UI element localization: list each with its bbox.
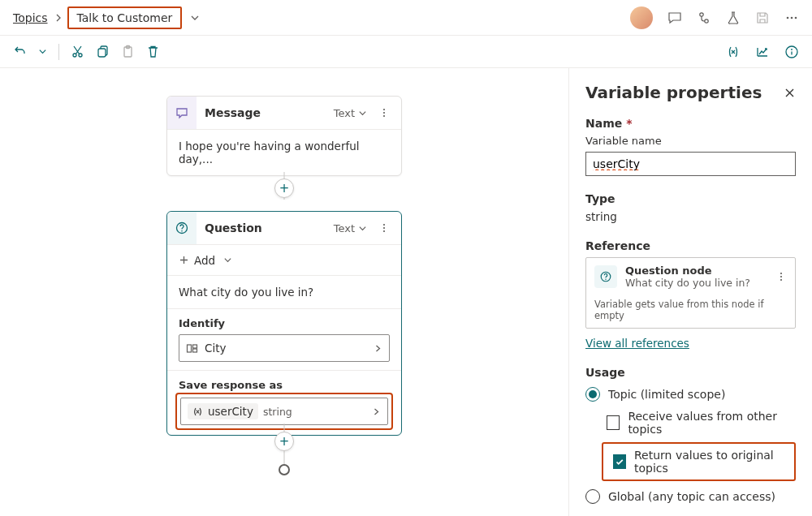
svg-point-24 [605, 279, 606, 280]
radio-icon [585, 489, 600, 504]
question-type-label: Text [334, 222, 355, 234]
save-icon[interactable] [755, 11, 770, 25]
view-all-references-link[interactable]: View all references [585, 337, 689, 350]
usage-return-highlight: Return values to original topics [602, 442, 796, 481]
svg-point-16 [181, 230, 183, 232]
message-type-label: Text [334, 107, 355, 119]
svg-point-5 [73, 54, 76, 57]
reference-label: Reference [585, 239, 796, 252]
breadcrumb-topics[interactable]: Topics [13, 11, 48, 24]
svg-rect-20 [188, 345, 192, 352]
identify-label: Identify [179, 317, 390, 329]
svg-point-1 [705, 19, 708, 22]
usage-receive-checkbox[interactable]: Receive values from other topics [607, 410, 796, 436]
radio-icon [585, 387, 600, 402]
more-icon[interactable] [784, 11, 799, 25]
svg-rect-22 [193, 349, 197, 352]
question-icon [594, 265, 617, 288]
variable-type: string [263, 406, 292, 418]
question-node[interactable]: Question Text Add What city do you live … [166, 211, 402, 436]
svg-rect-7 [98, 49, 106, 57]
chevron-right-icon [54, 14, 63, 22]
close-button[interactable] [784, 87, 796, 99]
svg-point-17 [383, 224, 385, 226]
message-node-more-button[interactable] [375, 107, 393, 118]
svg-point-0 [700, 12, 703, 15]
usage-return-label: Return values to original topics [634, 449, 789, 475]
identify-field[interactable]: City [179, 334, 390, 362]
main-area: Message Text I hope you're having a wond… [0, 68, 812, 516]
info-button[interactable] [784, 45, 799, 59]
question-icon [167, 212, 197, 244]
svg-point-18 [383, 227, 385, 229]
question-prompt[interactable]: What city do you live in? [167, 275, 401, 308]
type-value: string [585, 210, 796, 223]
usage-label: Usage [585, 366, 796, 379]
usage-global-label: Global (any topic can access) [608, 490, 775, 503]
topic-dropdown-button[interactable] [190, 13, 200, 23]
avatar[interactable] [630, 6, 653, 29]
svg-rect-21 [193, 345, 197, 348]
svg-point-12 [383, 109, 385, 110]
usage-topic-radio[interactable]: Topic (limited scope) [585, 387, 796, 402]
usage-topic-label: Topic (limited scope) [608, 388, 725, 401]
breadcrumb-topic-title[interactable]: Talk to Customer [77, 11, 173, 24]
authoring-canvas[interactable]: Message Text I hope you're having a wond… [0, 68, 568, 516]
message-icon [167, 97, 197, 129]
identify-value: City [205, 342, 226, 355]
comment-icon[interactable] [667, 11, 682, 25]
delete-button[interactable] [146, 45, 160, 58]
panel-title: Variable properties [585, 83, 784, 102]
analytics-button[interactable] [755, 45, 770, 59]
message-node-title: Message [205, 106, 326, 119]
reference-subtitle: What city do you live in? [625, 277, 767, 289]
top-bar: Topics Talk to Customer [0, 0, 812, 36]
variable-chip: userCity [188, 403, 258, 419]
entity-icon [186, 342, 198, 355]
svg-point-14 [383, 115, 385, 117]
svg-point-13 [383, 112, 385, 114]
flask-icon[interactable] [726, 11, 741, 25]
usage-return-checkbox[interactable]: Return values to original topics [613, 449, 789, 475]
end-node [279, 464, 290, 475]
cut-button[interactable] [71, 45, 84, 58]
reference-more-button[interactable] [775, 271, 787, 282]
name-sublabel: Variable name [585, 135, 796, 147]
question-node-more-button[interactable] [375, 222, 393, 234]
reference-card[interactable]: Question node What city do you live in? … [585, 257, 796, 329]
checker-icon[interactable] [697, 11, 711, 25]
copy-button[interactable] [96, 45, 110, 58]
topic-title-highlight: Talk to Customer [67, 6, 183, 29]
variable-properties-panel: Variable properties Name * Variable name… [568, 68, 812, 516]
undo-button[interactable] [13, 45, 27, 58]
name-label: Name * [585, 117, 796, 130]
add-node-button[interactable]: + [274, 178, 294, 198]
svg-point-3 [791, 16, 793, 19]
svg-point-26 [780, 276, 782, 277]
svg-point-2 [787, 16, 789, 19]
variable-name-input[interactable] [585, 152, 796, 176]
message-node[interactable]: Message Text I hope you're having a wond… [166, 96, 402, 176]
add-node-button[interactable]: + [274, 432, 294, 451]
paste-button[interactable] [121, 45, 135, 58]
checkbox-icon [607, 415, 620, 430]
question-node-title: Question [205, 221, 326, 234]
question-type-dropdown[interactable]: Text [334, 222, 367, 234]
toolbar [0, 36, 812, 68]
svg-point-27 [780, 279, 782, 281]
question-add-button[interactable]: Add [167, 244, 401, 275]
reference-footer: Variable gets value from this node if em… [586, 295, 795, 328]
question-add-label: Add [194, 254, 215, 267]
save-response-field[interactable]: userCity string [180, 398, 388, 425]
message-body[interactable]: I hope you're having a wonderful day,... [167, 129, 401, 175]
message-type-dropdown[interactable]: Text [334, 107, 367, 119]
usage-global-radio[interactable]: Global (any topic can access) [585, 489, 796, 504]
variable-name: userCity [208, 405, 253, 418]
usage-receive-label: Receive values from other topics [628, 410, 796, 436]
undo-more-button[interactable] [38, 47, 47, 56]
reference-title: Question node [625, 264, 767, 277]
svg-point-25 [780, 273, 782, 274]
variables-button[interactable] [726, 45, 741, 59]
svg-point-6 [79, 54, 82, 57]
svg-point-19 [383, 230, 385, 232]
